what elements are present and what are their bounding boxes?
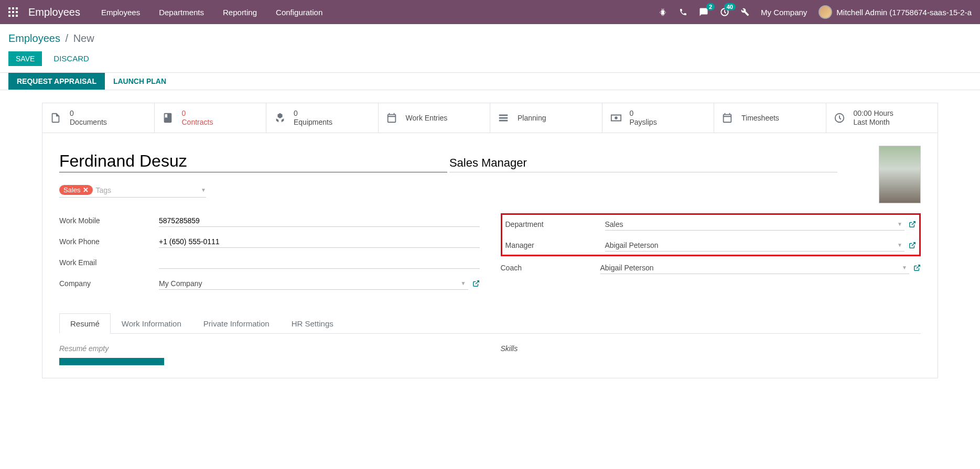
chevron-down-icon: ▼ — [895, 221, 904, 227]
menu-departments[interactable]: Departments — [159, 8, 204, 17]
book-icon — [162, 112, 176, 124]
label-coach: Coach — [501, 264, 600, 272]
work-mobile-input[interactable] — [159, 216, 480, 225]
menu-reporting[interactable]: Reporting — [223, 8, 257, 17]
tab-private-information[interactable]: Private Information — [192, 313, 281, 334]
work-email-input[interactable] — [159, 258, 480, 267]
tools-icon[interactable] — [741, 8, 749, 16]
work-phone-input[interactable] — [159, 237, 480, 246]
external-link-icon[interactable] — [909, 221, 916, 228]
tab-hr-settings[interactable]: HR Settings — [281, 313, 344, 334]
employee-photo[interactable] — [879, 146, 921, 203]
employee-name-input[interactable] — [59, 150, 447, 172]
company-switcher[interactable]: My Company — [761, 8, 807, 17]
tab-resume[interactable]: Resumé — [59, 313, 111, 334]
cubes-icon — [274, 112, 287, 124]
messaging-badge: 2 — [706, 3, 715, 10]
chevron-down-icon: ▼ — [895, 242, 904, 248]
label-work-mobile: Work Mobile — [59, 216, 159, 225]
chevron-down-icon[interactable]: ▼ — [201, 187, 206, 193]
save-button[interactable]: SAVE — [8, 51, 42, 66]
user-name: Mitchell Admin (17758674-saas-15-2-a — [836, 8, 972, 17]
label-work-email: Work Email — [59, 258, 159, 267]
activities-badge: 40 — [724, 3, 736, 10]
form-sheet: 0Documents 0Contracts 0Equipments Work E… — [42, 103, 938, 378]
document-icon — [50, 112, 63, 124]
breadcrumb-current: New — [73, 32, 94, 44]
systray: 2 40 My Company Mitchell Admin (17758674… — [658, 5, 972, 19]
label-company: Company — [59, 279, 159, 288]
create-entry-button[interactable] — [59, 358, 164, 365]
manager-select[interactable]: Abigail Peterson▼ — [605, 239, 905, 252]
label-department: Department — [505, 220, 605, 228]
calendar-icon — [721, 112, 735, 124]
breadcrumb: Employees / New — [8, 32, 972, 45]
chevron-down-icon: ▼ — [900, 265, 909, 270]
stat-contracts[interactable]: 0Contracts — [155, 103, 267, 133]
stat-equipments[interactable]: 0Equipments — [266, 103, 379, 133]
resume-empty-text: Resumé empty — [59, 344, 480, 353]
main-menu: Employees Departments Reporting Configur… — [101, 8, 322, 17]
external-link-icon[interactable] — [472, 280, 480, 287]
external-link-icon[interactable] — [913, 264, 921, 271]
user-menu[interactable]: Mitchell Admin (17758674-saas-15-2-a — [819, 5, 972, 19]
statusbar: REQUEST APPRAISAL LAUNCH PLAN — [0, 73, 980, 90]
tasks-icon — [498, 112, 511, 124]
request-appraisal-button[interactable]: REQUEST APPRAISAL — [8, 73, 105, 90]
label-manager: Manager — [505, 241, 605, 249]
user-avatar — [819, 5, 832, 19]
external-link-icon[interactable] — [909, 242, 916, 249]
job-title-input[interactable] — [449, 154, 837, 172]
notebook-tabs: Resumé Work Information Private Informat… — [59, 313, 921, 334]
highlight-annotation: Department Sales▼ Manager Abigail Peters… — [501, 213, 921, 256]
chevron-down-icon: ▼ — [459, 280, 468, 286]
apps-icon[interactable] — [8, 7, 18, 17]
topbar: Employees Employees Departments Reportin… — [0, 0, 980, 24]
app-brand[interactable]: Employees — [28, 6, 80, 18]
skills-header: Skills — [501, 344, 921, 353]
svg-point-2 — [615, 116, 618, 119]
tag-sales: Sales✕ — [59, 185, 93, 195]
tag-remove-icon[interactable]: ✕ — [83, 186, 89, 194]
stat-last-month[interactable]: 00:00 HoursLast Month — [826, 103, 938, 133]
company-select[interactable]: My Company▼ — [159, 278, 468, 290]
menu-configuration[interactable]: Configuration — [276, 8, 322, 17]
breadcrumb-root[interactable]: Employees — [8, 32, 60, 44]
phone-icon[interactable] — [679, 8, 687, 16]
activities-icon[interactable]: 40 — [720, 7, 729, 17]
stat-documents[interactable]: 0Documents — [42, 103, 155, 133]
svg-point-0 — [661, 10, 664, 15]
clock-icon — [834, 112, 847, 124]
discard-button[interactable]: DISCARD — [46, 51, 96, 66]
stat-planning[interactable]: Planning — [490, 103, 602, 133]
money-icon — [610, 112, 623, 124]
stat-timesheets[interactable]: Timesheets — [714, 103, 826, 133]
messaging-icon[interactable]: 2 — [699, 7, 708, 17]
department-select[interactable]: Sales▼ — [605, 219, 905, 231]
control-panel: Employees / New SAVE DISCARD — [0, 24, 980, 73]
coach-select[interactable]: Abigail Peterson▼ — [600, 262, 910, 274]
tags-field[interactable]: Sales✕ Tags ▼ — [59, 185, 206, 198]
tags-placeholder: Tags — [96, 186, 112, 194]
calendar-icon — [386, 112, 400, 124]
stat-payslips[interactable]: 0Payslips — [602, 103, 715, 133]
stat-work-entries[interactable]: Work Entries — [379, 103, 491, 133]
tab-work-information[interactable]: Work Information — [111, 313, 192, 334]
bug-icon[interactable] — [658, 7, 667, 17]
stat-buttons: 0Documents 0Contracts 0Equipments Work E… — [42, 103, 938, 133]
launch-plan-button[interactable]: LAUNCH PLAN — [105, 73, 175, 90]
label-work-phone: Work Phone — [59, 237, 159, 246]
menu-employees[interactable]: Employees — [101, 8, 140, 17]
